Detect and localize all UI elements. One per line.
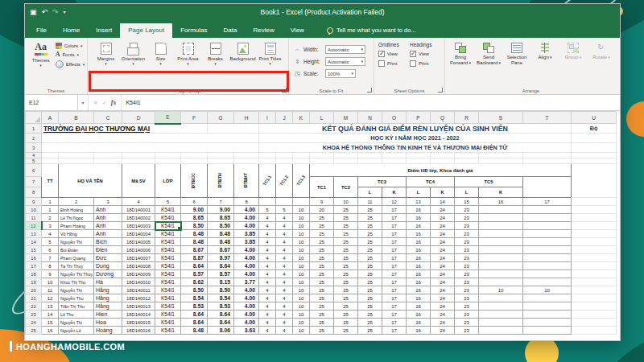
cell-R15[interactable]: 23: [455, 246, 479, 254]
cell[interactable]: [94, 153, 122, 158]
cell-F19[interactable]: 8.62: [181, 278, 208, 286]
cell-A24[interactable]: 15: [42, 319, 59, 327]
cell-Q18[interactable]: 24: [431, 270, 455, 278]
cell-I14[interactable]: 4: [259, 238, 276, 246]
cell-B23[interactable]: Lê Thu: [59, 311, 94, 319]
cell-D19[interactable]: 18D140010: [122, 278, 155, 286]
cell-G23[interactable]: 8.64: [208, 311, 234, 319]
width-select[interactable]: Automatic ▾: [325, 45, 365, 54]
cell-B16[interactable]: Phạm Quang: [59, 254, 94, 262]
cell[interactable]: [259, 153, 276, 158]
report-subtitle-2[interactable]: KHOA HỆ THỐNG THÔNG TIN KINH TẾ VÀ THƯƠN…: [259, 143, 572, 153]
cell-J11[interactable]: 4: [276, 214, 293, 222]
cell-P13[interactable]: 16: [407, 230, 431, 238]
cell-L21[interactable]: 25: [310, 294, 334, 302]
cell-E14[interactable]: K54I1: [155, 238, 181, 246]
cell-D25[interactable]: 18D140016: [122, 327, 155, 335]
cell-F15[interactable]: 8.67: [181, 246, 208, 254]
cell-P25[interactable]: 16: [407, 327, 431, 335]
cell-I17[interactable]: 4: [259, 262, 276, 270]
cell-P24[interactable]: 16: [407, 319, 431, 327]
row-header-2[interactable]: 2: [26, 134, 42, 143]
cell-J13[interactable]: 4: [276, 230, 293, 238]
cell-A10[interactable]: 1: [42, 206, 59, 214]
header-tc2[interactable]: TC2: [334, 177, 358, 198]
cell-J14[interactable]: 4: [276, 238, 293, 246]
cell-B17[interactable]: Tạ Thị Thùy: [59, 262, 94, 270]
cell-C23[interactable]: Hiền: [94, 311, 122, 319]
cell-P11[interactable]: 16: [407, 214, 431, 222]
cell-Q15[interactable]: 24: [431, 246, 455, 254]
cell-J12[interactable]: 4: [276, 222, 293, 230]
row-header-15[interactable]: 15: [26, 246, 42, 254]
cell-L23[interactable]: 25: [310, 311, 334, 319]
cell-R13[interactable]: 23: [455, 230, 479, 238]
cell-M14[interactable]: 25: [334, 238, 358, 246]
cell-R9[interactable]: 15: [455, 198, 479, 206]
cell-O16[interactable]: 17: [382, 254, 407, 262]
cell-M17[interactable]: 25: [334, 262, 358, 270]
cell[interactable]: [181, 158, 208, 164]
cell[interactable]: [572, 238, 617, 246]
report-title[interactable]: KẾT QUẢ ĐÁNH GIÁ ĐIỂM RÈN LUYỆN CỦA SINH…: [259, 124, 572, 134]
cell-A17[interactable]: 8: [42, 262, 59, 270]
cell-O20[interactable]: 17: [382, 286, 407, 294]
button-breaks[interactable]: Breaks▾: [202, 40, 229, 66]
cell-O24[interactable]: 17: [382, 319, 407, 327]
col-header-J[interactable]: J: [276, 112, 293, 124]
cell[interactable]: [276, 158, 293, 164]
cell-S19[interactable]: [479, 278, 523, 286]
qat-dropdown-icon[interactable]: ▾: [64, 10, 66, 14]
cell-E16[interactable]: K54I1: [155, 254, 181, 262]
row-header-16[interactable]: 16: [26, 254, 42, 262]
cell-G25[interactable]: 8.06: [208, 327, 234, 335]
cell-T11[interactable]: [523, 214, 572, 222]
cell[interactable]: [334, 153, 358, 158]
cell-K25[interactable]: 10: [293, 327, 310, 335]
cell-N22[interactable]: 25: [358, 302, 382, 311]
cell[interactable]: [122, 153, 155, 158]
cell[interactable]: [431, 158, 455, 164]
cell-S11[interactable]: [479, 214, 523, 222]
headings-view-checkbox[interactable]: View: [410, 51, 440, 57]
cell[interactable]: [358, 153, 382, 158]
cell-I25[interactable]: 4: [259, 327, 276, 335]
cell-I19[interactable]: 4: [259, 278, 276, 286]
cell[interactable]: [42, 143, 259, 153]
row-header-25[interactable]: 25: [26, 327, 42, 335]
cell-N23[interactable]: 25: [358, 311, 382, 319]
cell-M13[interactable]: 25: [334, 230, 358, 238]
tab-insert[interactable]: Insert: [88, 23, 120, 38]
cell-M9[interactable]: 10: [334, 198, 358, 206]
cell[interactable]: [479, 158, 523, 164]
cell[interactable]: [572, 164, 617, 198]
header-l[interactable]: L: [358, 187, 382, 198]
cell-G15[interactable]: 8.67: [208, 246, 234, 254]
row-header-24[interactable]: 24: [26, 319, 42, 327]
cell-K11[interactable]: 10: [293, 214, 310, 222]
cell[interactable]: [572, 230, 617, 238]
cell-E18[interactable]: K54I1: [155, 270, 181, 278]
cell[interactable]: [572, 222, 617, 230]
header--tbht[interactable]: ĐTBHT: [234, 164, 259, 198]
cell[interactable]: [234, 153, 259, 158]
cell-E10[interactable]: K54I1: [155, 206, 181, 214]
cell-C21[interactable]: Hằng: [94, 294, 122, 302]
cell-N16[interactable]: 25: [358, 254, 382, 262]
cell-Q25[interactable]: 24: [431, 327, 455, 335]
cell-I12[interactable]: 4: [259, 222, 276, 230]
cell-R18[interactable]: 23: [455, 270, 479, 278]
cell-G22[interactable]: 8.53: [208, 302, 234, 311]
cell-Q13[interactable]: 24: [431, 230, 455, 238]
cell-S13[interactable]: [479, 230, 523, 238]
cell-E19[interactable]: K54I1: [155, 278, 181, 286]
cell[interactable]: [572, 270, 617, 278]
cell-N10[interactable]: 25: [358, 206, 382, 214]
cell-O9[interactable]: 12: [382, 198, 407, 206]
cell-M18[interactable]: 25: [334, 270, 358, 278]
tab-home[interactable]: Home: [55, 23, 88, 38]
button-bring-forward[interactable]: Bring Forward ▾: [447, 40, 474, 65]
cell-O12[interactable]: 17: [382, 222, 407, 230]
cell-Q21[interactable]: 24: [431, 294, 455, 302]
button-group[interactable]: Group ▾: [559, 40, 587, 60]
